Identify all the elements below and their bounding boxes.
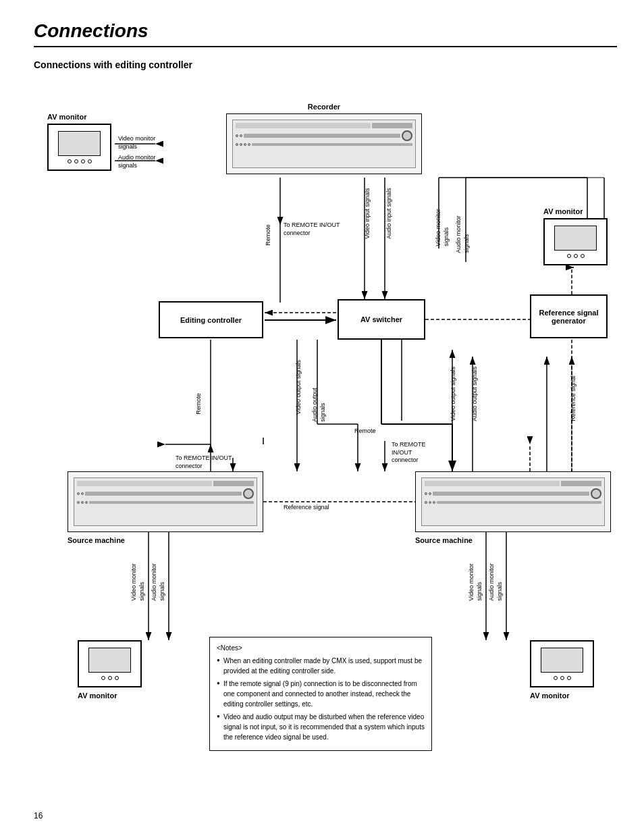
recorder-panel-1 [236, 123, 371, 128]
editing-controller-box: Editing controller [159, 301, 263, 338]
video-monitor-signals-tr: Video monitorsignals [435, 209, 450, 246]
video-monitor-signals-br: Video monitorsignals [468, 563, 483, 600]
monitor-tr-dot-1 [567, 254, 571, 258]
monitor-base [68, 159, 92, 163]
monitor-dot-4 [88, 159, 92, 163]
source-left-illustration [68, 471, 263, 532]
av-monitor-bottom-right: AV monitor [530, 640, 594, 687]
source-l-panel-2 [213, 481, 254, 486]
note-item-1: When an editing controller made by CMX i… [217, 656, 425, 676]
monitor-tr-screen [554, 226, 597, 250]
recorder-knob [402, 130, 412, 141]
source-left-inner [74, 477, 257, 526]
monitor-br-dot-3 [567, 676, 571, 680]
source-right-row-1 [425, 481, 601, 486]
source-r-panel-4 [437, 501, 601, 504]
recorder-row-1 [236, 123, 412, 128]
monitor-br-base [554, 676, 571, 680]
rec-dot-5 [244, 143, 246, 146]
source-right-row-2 [425, 488, 601, 499]
audio-output-signals-left: Audio outputsignals [311, 388, 327, 422]
rec-dot-3 [236, 143, 238, 146]
monitor-bl-base [101, 676, 119, 680]
video-output-signals-left: Video output signals [295, 360, 303, 415]
recorder-panel-2 [372, 123, 412, 128]
remote-bottom-label: Remote [354, 427, 376, 436]
video-monitor-signals-tl: Video monitorsignals [118, 135, 155, 151]
src-r-dot-5 [433, 501, 435, 504]
source-l-knob [243, 488, 254, 499]
remote-top-label: Remote [265, 224, 273, 246]
source-right-label: Source machine [415, 536, 473, 544]
source-right-inner [421, 477, 605, 526]
av-monitor-bl-illustration [78, 640, 142, 687]
monitor-tr-base [567, 254, 585, 258]
source-r-panel-3 [433, 492, 589, 496]
recorder-device: Recorder [226, 113, 422, 174]
source-l-panel-3 [85, 492, 242, 496]
recorder-row-3 [236, 143, 412, 146]
notes-box: <Notes> When an editing controller made … [209, 637, 432, 751]
monitor-tr-dot-3 [581, 254, 585, 258]
source-left-label: Source machine [68, 536, 125, 544]
monitor-dot-1 [68, 159, 72, 163]
av-monitor-tr-label: AV monitor [543, 207, 583, 215]
av-monitor-br-label: AV monitor [530, 692, 569, 700]
source-left-row-1 [77, 481, 254, 486]
reference-signal-label: Reference signal [284, 504, 329, 512]
src-l-dot-3 [77, 501, 80, 504]
source-left-row-3 [77, 501, 254, 504]
av-monitor-br-illustration [530, 640, 594, 687]
rec-dot-4 [240, 143, 242, 146]
av-switcher-box: AV switcher [338, 299, 425, 340]
video-output-signals-right: Video output signals [450, 367, 458, 421]
audio-monitor-signals-bl: Audio monitorsignals [151, 563, 166, 601]
av-monitor-tl-label: AV monitor [47, 113, 86, 121]
monitor-screen [58, 131, 101, 155]
monitor-bl-dot-3 [115, 676, 119, 680]
page-title: Connections [34, 20, 617, 47]
editing-controller-label: Editing controller [180, 316, 242, 324]
section-title: Connections with editing controller [34, 59, 617, 70]
source-machine-right: Source machine [415, 471, 611, 532]
src-l-dot-4 [81, 501, 84, 504]
src-l-dot-5 [85, 501, 88, 504]
page-number: 16 [34, 811, 43, 820]
diagram: AV monitor Video monitorsignals Audio mo… [34, 80, 614, 728]
av-monitor-top-right: AV monitor [543, 218, 608, 265]
audio-output-signals-right: Audio output signals [471, 367, 479, 421]
source-l-panel-1 [77, 481, 212, 486]
video-input-signals-label: Video input signals [364, 188, 372, 238]
notes-list: When an editing controller made by CMX i… [217, 656, 425, 742]
monitor-br-dot-1 [554, 676, 558, 680]
source-r-knob [591, 488, 601, 499]
av-monitor-tr-illustration [543, 218, 608, 265]
monitor-dot-2 [74, 159, 78, 163]
src-l-dot-2 [81, 492, 84, 495]
recorder-illustration [226, 113, 422, 174]
monitor-br-dot-2 [560, 676, 564, 680]
audio-monitor-signals-tl: Audio monitorsignals [118, 154, 156, 170]
monitor-bl-dot-2 [108, 676, 112, 680]
video-monitor-signals-bl: Video monitorsignals [130, 563, 146, 600]
source-right-illustration [415, 471, 611, 532]
src-r-dot-2 [429, 492, 431, 495]
ref-signal-gen-label: Reference signal generator [539, 309, 598, 325]
monitor-bl-dot-1 [101, 676, 105, 680]
recorder-panel-3 [244, 134, 400, 138]
note-item-3: Video and audio output may be disturbed … [217, 712, 425, 742]
source-left-row-2 [77, 488, 254, 499]
source-machine-left: Source machine [68, 471, 263, 532]
note-item-2: If the remote signal (9 pin) connection … [217, 679, 425, 709]
audio-monitor-signals-tr: Audio monitorsignals [455, 215, 471, 253]
monitor-br-screen [541, 648, 584, 672]
src-r-dot-4 [429, 501, 431, 504]
av-monitor-bl-label: AV monitor [78, 692, 117, 700]
remote-mid-label: Remote [195, 393, 203, 415]
monitor-dot-3 [81, 159, 85, 163]
source-right-row-3 [425, 501, 601, 504]
source-r-panel-1 [425, 481, 560, 486]
av-monitor-tl-illustration [47, 124, 111, 171]
recorder-label: Recorder [308, 103, 340, 111]
source-l-panel-4 [89, 501, 254, 504]
